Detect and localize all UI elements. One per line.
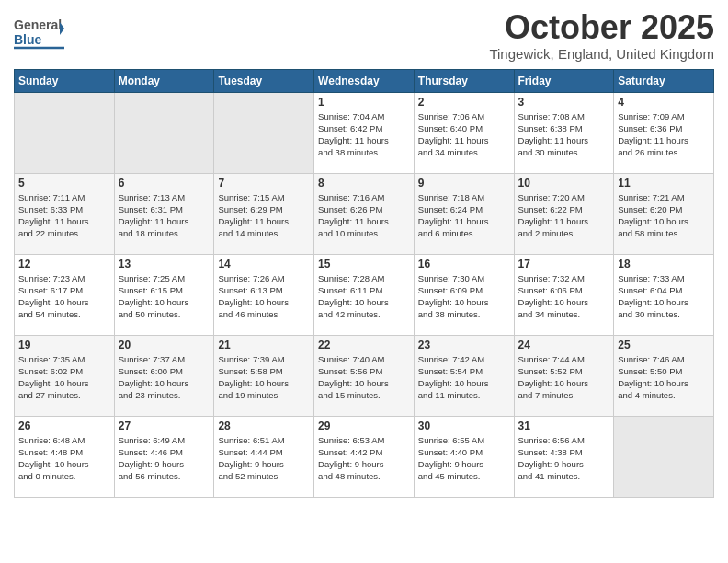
day-number: 10 — [518, 177, 610, 190]
day-number: 14 — [218, 258, 310, 270]
day-info: Sunrise: 7:37 AMSunset: 6:00 PMDaylight:… — [119, 353, 210, 402]
day-info: Sunrise: 7:11 AMSunset: 6:33 PMDaylight:… — [18, 191, 110, 240]
weekday-header-friday: Friday — [514, 69, 614, 92]
day-number: 5 — [18, 177, 110, 190]
calendar-cell: 21Sunrise: 7:39 AMSunset: 5:58 PMDayligh… — [214, 335, 314, 416]
calendar-week-0: 1Sunrise: 7:04 AMSunset: 6:42 PMDaylight… — [15, 92, 714, 173]
day-info: Sunrise: 7:39 AMSunset: 5:58 PMDaylight:… — [218, 353, 310, 402]
weekday-header-sunday: Sunday — [15, 69, 115, 92]
calendar-week-2: 12Sunrise: 7:23 AMSunset: 6:17 PMDayligh… — [15, 254, 714, 335]
day-info: Sunrise: 7:33 AMSunset: 6:04 PMDaylight:… — [618, 272, 710, 321]
day-info: Sunrise: 7:26 AMSunset: 6:13 PMDaylight:… — [218, 272, 310, 321]
weekday-header-tuesday: Tuesday — [214, 69, 314, 92]
day-number: 21 — [218, 339, 310, 351]
weekday-row: SundayMondayTuesdayWednesdayThursdayFrid… — [15, 69, 714, 92]
day-number: 20 — [119, 339, 210, 351]
day-info: Sunrise: 7:13 AMSunset: 6:31 PMDaylight:… — [119, 191, 210, 240]
day-number: 3 — [518, 96, 610, 109]
calendar-cell: 16Sunrise: 7:30 AMSunset: 6:09 PMDayligh… — [414, 254, 514, 335]
calendar-cell: 10Sunrise: 7:20 AMSunset: 6:22 PMDayligh… — [514, 173, 614, 254]
day-info: Sunrise: 6:55 AMSunset: 4:40 PMDaylight:… — [418, 434, 510, 483]
day-number: 11 — [618, 177, 710, 190]
day-info: Sunrise: 6:56 AMSunset: 4:38 PMDaylight:… — [518, 434, 610, 483]
calendar-header: SundayMondayTuesdayWednesdayThursdayFrid… — [15, 69, 714, 92]
day-info: Sunrise: 7:21 AMSunset: 6:20 PMDaylight:… — [618, 191, 710, 240]
calendar-cell: 9Sunrise: 7:18 AMSunset: 6:24 PMDaylight… — [414, 173, 514, 254]
logo: General Blue — [14, 13, 64, 53]
day-number: 13 — [119, 258, 210, 270]
day-number: 24 — [518, 339, 610, 351]
day-number: 12 — [18, 258, 110, 270]
day-number: 29 — [318, 419, 410, 432]
day-number: 19 — [18, 339, 110, 351]
month-title: October 2025 — [489, 9, 714, 46]
day-info: Sunrise: 7:15 AMSunset: 6:29 PMDaylight:… — [218, 191, 310, 240]
day-info: Sunrise: 7:04 AMSunset: 6:42 PMDaylight:… — [318, 110, 410, 159]
calendar-cell: 13Sunrise: 7:25 AMSunset: 6:15 PMDayligh… — [114, 254, 214, 335]
calendar-cell: 6Sunrise: 7:13 AMSunset: 6:31 PMDaylight… — [114, 173, 214, 254]
title-block: October 2025 Tingewick, England, United … — [489, 9, 714, 62]
day-info: Sunrise: 7:44 AMSunset: 5:52 PMDaylight:… — [518, 353, 610, 402]
calendar-week-3: 19Sunrise: 7:35 AMSunset: 6:02 PMDayligh… — [15, 335, 714, 416]
svg-text:General: General — [14, 17, 62, 32]
calendar-body: 1Sunrise: 7:04 AMSunset: 6:42 PMDaylight… — [15, 92, 714, 497]
calendar-cell: 27Sunrise: 6:49 AMSunset: 4:46 PMDayligh… — [114, 416, 214, 497]
weekday-header-thursday: Thursday — [414, 69, 514, 92]
day-info: Sunrise: 7:18 AMSunset: 6:24 PMDaylight:… — [418, 191, 510, 240]
day-number: 27 — [119, 419, 210, 432]
calendar-cell: 5Sunrise: 7:11 AMSunset: 6:33 PMDaylight… — [15, 173, 115, 254]
calendar-cell: 31Sunrise: 6:56 AMSunset: 4:38 PMDayligh… — [514, 416, 614, 497]
calendar-cell: 25Sunrise: 7:46 AMSunset: 5:50 PMDayligh… — [614, 335, 714, 416]
day-number: 28 — [218, 419, 310, 432]
day-info: Sunrise: 7:16 AMSunset: 6:26 PMDaylight:… — [318, 191, 410, 240]
calendar-cell: 12Sunrise: 7:23 AMSunset: 6:17 PMDayligh… — [15, 254, 115, 335]
day-number: 9 — [418, 177, 510, 190]
day-number: 26 — [18, 419, 110, 432]
calendar-cell: 18Sunrise: 7:33 AMSunset: 6:04 PMDayligh… — [614, 254, 714, 335]
day-number: 30 — [418, 419, 510, 432]
calendar-cell: 23Sunrise: 7:42 AMSunset: 5:54 PMDayligh… — [414, 335, 514, 416]
page-header: General Blue October 2025 Tingewick, Eng… — [14, 9, 714, 62]
day-number: 17 — [518, 258, 610, 270]
calendar-cell — [114, 92, 214, 173]
calendar-cell: 28Sunrise: 6:51 AMSunset: 4:44 PMDayligh… — [214, 416, 314, 497]
day-info: Sunrise: 7:23 AMSunset: 6:17 PMDaylight:… — [18, 272, 110, 321]
calendar-week-4: 26Sunrise: 6:48 AMSunset: 4:48 PMDayligh… — [15, 416, 714, 497]
calendar-cell — [214, 92, 314, 173]
calendar-cell: 30Sunrise: 6:55 AMSunset: 4:40 PMDayligh… — [414, 416, 514, 497]
day-info: Sunrise: 7:42 AMSunset: 5:54 PMDaylight:… — [418, 353, 510, 402]
calendar-cell: 8Sunrise: 7:16 AMSunset: 6:26 PMDaylight… — [314, 173, 415, 254]
day-info: Sunrise: 7:25 AMSunset: 6:15 PMDaylight:… — [119, 272, 210, 321]
logo-icon: General Blue — [14, 13, 64, 53]
calendar-cell — [15, 92, 115, 173]
day-info: Sunrise: 7:35 AMSunset: 6:02 PMDaylight:… — [18, 353, 110, 402]
day-number: 2 — [418, 96, 510, 109]
day-info: Sunrise: 6:53 AMSunset: 4:42 PMDaylight:… — [318, 434, 410, 483]
day-number: 15 — [318, 258, 410, 270]
calendar-cell: 24Sunrise: 7:44 AMSunset: 5:52 PMDayligh… — [514, 335, 614, 416]
day-number: 23 — [418, 339, 510, 351]
day-info: Sunrise: 7:40 AMSunset: 5:56 PMDaylight:… — [318, 353, 410, 402]
calendar-cell: 29Sunrise: 6:53 AMSunset: 4:42 PMDayligh… — [314, 416, 415, 497]
calendar-cell: 11Sunrise: 7:21 AMSunset: 6:20 PMDayligh… — [614, 173, 714, 254]
day-number: 8 — [318, 177, 410, 190]
svg-marker-2 — [60, 22, 64, 35]
calendar-cell: 15Sunrise: 7:28 AMSunset: 6:11 PMDayligh… — [314, 254, 415, 335]
calendar-cell: 26Sunrise: 6:48 AMSunset: 4:48 PMDayligh… — [15, 416, 115, 497]
weekday-header-saturday: Saturday — [614, 69, 714, 92]
calendar-table: SundayMondayTuesdayWednesdayThursdayFrid… — [14, 69, 714, 498]
calendar-cell — [614, 416, 714, 497]
day-info: Sunrise: 7:32 AMSunset: 6:06 PMDaylight:… — [518, 272, 610, 321]
day-number: 1 — [318, 96, 410, 109]
day-info: Sunrise: 7:08 AMSunset: 6:38 PMDaylight:… — [518, 110, 610, 159]
day-number: 25 — [618, 339, 710, 351]
day-number: 22 — [318, 339, 410, 351]
day-info: Sunrise: 6:48 AMSunset: 4:48 PMDaylight:… — [18, 434, 110, 483]
calendar-cell: 3Sunrise: 7:08 AMSunset: 6:38 PMDaylight… — [514, 92, 614, 173]
weekday-header-wednesday: Wednesday — [314, 69, 415, 92]
calendar-cell: 4Sunrise: 7:09 AMSunset: 6:36 PMDaylight… — [614, 92, 714, 173]
calendar-cell: 17Sunrise: 7:32 AMSunset: 6:06 PMDayligh… — [514, 254, 614, 335]
svg-text:Blue: Blue — [14, 32, 42, 47]
calendar-cell: 1Sunrise: 7:04 AMSunset: 6:42 PMDaylight… — [314, 92, 415, 173]
calendar-cell: 14Sunrise: 7:26 AMSunset: 6:13 PMDayligh… — [214, 254, 314, 335]
